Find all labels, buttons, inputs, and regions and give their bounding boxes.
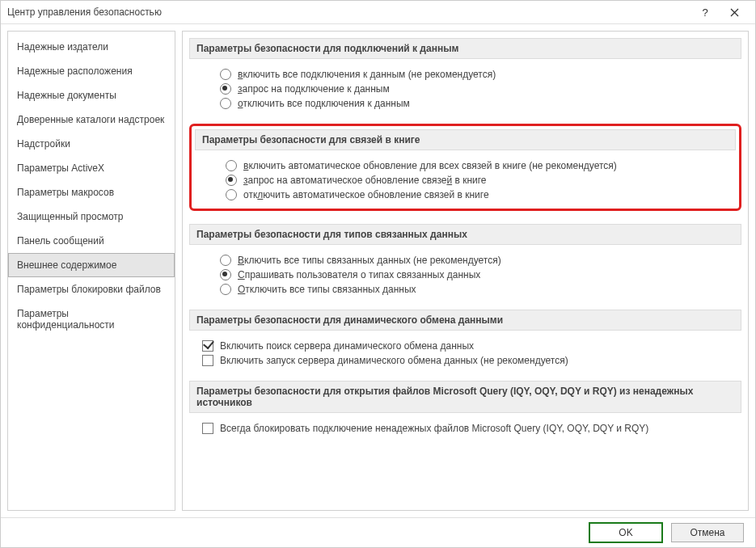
sidebar-item-1[interactable]: Надежные расположения bbox=[8, 59, 175, 83]
option-label[interactable]: Отключить все типы связанных данных bbox=[238, 284, 416, 295]
option-label[interactable]: включить все подключения к данным (не ре… bbox=[238, 69, 496, 80]
check-label[interactable]: Всегда блокировать подключение ненадежны… bbox=[220, 423, 648, 434]
header-data-connections: Параметры безопасности для подключений к… bbox=[189, 38, 741, 59]
linked-data-types-option-2: Отключить все типы связанных данных bbox=[189, 282, 741, 297]
cancel-button[interactable]: Отмена bbox=[671, 523, 744, 542]
option-label[interactable]: отключить все подключения к данным bbox=[238, 98, 410, 109]
sidebar-item-2[interactable]: Надежные документы bbox=[8, 83, 175, 107]
option-label[interactable]: запрос на автоматическое обновление связ… bbox=[243, 175, 487, 186]
header-linked-data-types: Параметры безопасности для типов связанн… bbox=[189, 224, 741, 245]
dde-check-1: Включить запуск сервера динамического об… bbox=[189, 353, 741, 368]
sidebar-item-9[interactable]: Внешнее содержимое bbox=[8, 253, 175, 277]
check-label[interactable]: Включить поиск сервера динамического обм… bbox=[220, 340, 474, 352]
sidebar-item-3[interactable]: Доверенные каталоги надстроек bbox=[8, 107, 175, 132]
titlebar: Центр управления безопасностью ? bbox=[1, 1, 755, 24]
radio[interactable] bbox=[220, 98, 231, 109]
radio[interactable] bbox=[220, 83, 231, 95]
radio[interactable] bbox=[220, 284, 231, 295]
data-connections-option-2: отключить все подключения к данным bbox=[189, 96, 741, 111]
radio[interactable] bbox=[226, 189, 237, 200]
radio[interactable] bbox=[226, 175, 237, 186]
footer: OK Отмена bbox=[1, 517, 755, 547]
option-label[interactable]: отключить автоматическое обновление связ… bbox=[243, 189, 489, 200]
header-dde: Параметры безопасности для динамического… bbox=[189, 310, 741, 331]
sidebar-item-11[interactable]: Параметры конфиденциальности bbox=[8, 301, 175, 337]
checkbox[interactable] bbox=[202, 355, 213, 366]
close-icon bbox=[730, 8, 739, 17]
close-button[interactable] bbox=[720, 1, 749, 23]
data-connections-option-0: включить все подключения к данным (не ре… bbox=[189, 67, 741, 82]
highlight-workbook-links: Параметры безопасности для связей в книг… bbox=[189, 124, 741, 211]
sidebar: Надежные издателиНадежные расположенияНа… bbox=[7, 31, 175, 511]
group-dde: Параметры безопасности для динамического… bbox=[189, 310, 741, 368]
linked-data-types-option-1: Спрашивать пользователя о типах связанны… bbox=[189, 268, 741, 282]
sidebar-item-10[interactable]: Параметры блокировки файлов bbox=[8, 277, 175, 301]
radio[interactable] bbox=[220, 69, 231, 80]
group-linked-data-types: Параметры безопасности для типов связанн… bbox=[189, 224, 741, 297]
workbook-links-option-0: включить автоматическое обновление для в… bbox=[195, 158, 736, 173]
group-data-connections: Параметры безопасности для подключений к… bbox=[189, 38, 741, 111]
header-msquery: Параметры безопасности для открытия файл… bbox=[189, 381, 741, 413]
header-workbook-links: Параметры безопасности для связей в книг… bbox=[195, 129, 736, 150]
help-button[interactable]: ? bbox=[691, 1, 720, 23]
sidebar-item-7[interactable]: Защищенный просмотр bbox=[8, 204, 175, 229]
option-label[interactable]: включить автоматическое обновление для в… bbox=[243, 160, 617, 171]
radio[interactable] bbox=[220, 255, 231, 266]
linked-data-types-option-0: Включить все типы связанных данных (не р… bbox=[189, 253, 741, 268]
checkbox[interactable] bbox=[202, 423, 213, 434]
check-label[interactable]: Включить запуск сервера динамического об… bbox=[220, 355, 568, 366]
workbook-links-option-1: запрос на автоматическое обновление связ… bbox=[195, 173, 736, 188]
option-label[interactable]: запрос на подключение к данным bbox=[238, 83, 390, 95]
radio[interactable] bbox=[226, 160, 237, 171]
data-connections-option-1: запрос на подключение к данным bbox=[189, 82, 741, 96]
main-panel: Параметры безопасности для подключений к… bbox=[182, 31, 749, 511]
window-title: Центр управления безопасностью bbox=[7, 6, 691, 18]
group-msquery: Параметры безопасности для открытия файл… bbox=[189, 381, 741, 436]
radio[interactable] bbox=[220, 269, 231, 280]
sidebar-item-6[interactable]: Параметры макросов bbox=[8, 180, 175, 204]
sidebar-item-5[interactable]: Параметры ActiveX bbox=[8, 156, 175, 180]
ok-button[interactable]: OK bbox=[589, 522, 663, 543]
sidebar-item-0[interactable]: Надежные издатели bbox=[8, 35, 175, 59]
option-label[interactable]: Включить все типы связанных данных (не р… bbox=[238, 255, 501, 266]
checkbox[interactable] bbox=[202, 340, 213, 352]
dde-check-0: Включить поиск сервера динамического обм… bbox=[189, 339, 741, 353]
msquery-check-0: Всегда блокировать подключение ненадежны… bbox=[189, 421, 741, 436]
trust-center-dialog: Центр управления безопасностью ? Надежны… bbox=[0, 0, 756, 548]
group-workbook-links: Параметры безопасности для связей в книг… bbox=[195, 129, 736, 202]
workbook-links-option-2: отключить автоматическое обновление связ… bbox=[195, 188, 736, 202]
body: Надежные издателиНадежные расположенияНа… bbox=[1, 24, 755, 517]
sidebar-item-8[interactable]: Панель сообщений bbox=[8, 229, 175, 253]
option-label[interactable]: Спрашивать пользователя о типах связанны… bbox=[238, 269, 480, 280]
sidebar-item-4[interactable]: Надстройки bbox=[8, 132, 175, 156]
